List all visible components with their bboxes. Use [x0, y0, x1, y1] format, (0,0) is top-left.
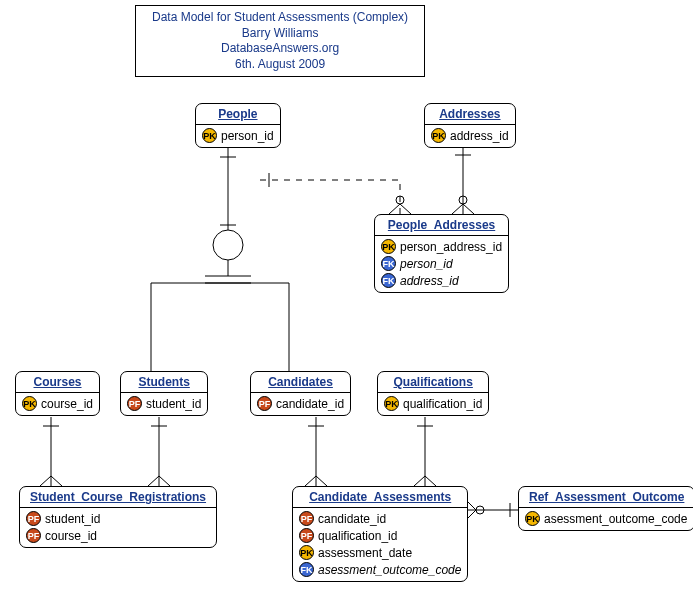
diagram-canvas: Data Model for Student Assessments (Comp… — [0, 0, 693, 610]
pk-key-icon: PK — [299, 545, 314, 560]
attribute-row: PFstudent_id — [127, 395, 201, 412]
attribute-row: PKassessment_date — [299, 544, 461, 561]
attribute-row: PFqualification_id — [299, 527, 461, 544]
attribute-row: PFcandidate_id — [299, 510, 461, 527]
entity-header: People_Addresses — [375, 215, 508, 236]
attribute-name: assessment_date — [318, 546, 412, 560]
entity-people: People PKperson_id — [195, 103, 281, 148]
svg-point-11 — [396, 196, 404, 204]
attribute-row: FKperson_id — [381, 255, 502, 272]
attribute-name: student_id — [45, 512, 100, 526]
attribute-row: FKaddress_id — [381, 272, 502, 289]
title-line-3: DatabaseAnswers.org — [152, 41, 408, 57]
title-box: Data Model for Student Assessments (Comp… — [135, 5, 425, 77]
entity-candidates: Candidates PFcandidate_id — [250, 371, 351, 416]
entity-student-course-registrations: Student_Course_Registrations PFstudent_i… — [19, 486, 217, 548]
attribute-name: course_id — [45, 529, 97, 543]
attribute-row: FKasessment_outcome_code — [299, 561, 461, 578]
pk-key-icon: PK — [431, 128, 446, 143]
attribute-name: person_id — [221, 129, 274, 143]
attribute-row: PFcourse_id — [26, 527, 210, 544]
attribute-row: PKqualification_id — [384, 395, 482, 412]
attribute-name: course_id — [41, 397, 93, 411]
pf-key-icon: PF — [127, 396, 142, 411]
attribute-row: PFstudent_id — [26, 510, 210, 527]
entity-header: Qualifications — [378, 372, 488, 393]
entity-header: Candidates — [251, 372, 350, 393]
pf-key-icon: PF — [26, 511, 41, 526]
title-line-1: Data Model for Student Assessments (Comp… — [152, 10, 408, 26]
svg-point-25 — [476, 506, 484, 514]
attribute-row: PKaddress_id — [431, 127, 509, 144]
attribute-name: candidate_id — [276, 397, 344, 411]
entity-header: People — [196, 104, 280, 125]
attribute-row: PKperson_address_id — [381, 238, 502, 255]
pf-key-icon: PF — [257, 396, 272, 411]
pf-key-icon: PF — [299, 511, 314, 526]
svg-point-3 — [213, 230, 243, 260]
entity-header: Ref_Assessment_Outcome — [519, 487, 693, 508]
attribute-name: address_id — [450, 129, 509, 143]
title-line-2: Barry Williams — [152, 26, 408, 42]
fk-key-icon: FK — [381, 273, 396, 288]
entity-addresses: Addresses PKaddress_id — [424, 103, 516, 148]
attribute-name: qualification_id — [403, 397, 482, 411]
pk-key-icon: PK — [525, 511, 540, 526]
pk-key-icon: PK — [202, 128, 217, 143]
attribute-row: PKcourse_id — [22, 395, 93, 412]
entity-header: Student_Course_Registrations — [20, 487, 216, 508]
attribute-name: asessment_outcome_code — [544, 512, 687, 526]
entity-header: Students — [121, 372, 207, 393]
fk-key-icon: FK — [299, 562, 314, 577]
entity-header: Candidate_Assessments — [293, 487, 467, 508]
attribute-row: PKperson_id — [202, 127, 274, 144]
pk-key-icon: PK — [384, 396, 399, 411]
pk-key-icon: PK — [22, 396, 37, 411]
entity-ref-assessment-outcome: Ref_Assessment_Outcome PKasessment_outco… — [518, 486, 693, 531]
title-line-4: 6th. August 2009 — [152, 57, 408, 73]
pf-key-icon: PF — [26, 528, 41, 543]
attribute-row: PKasessment_outcome_code — [525, 510, 688, 527]
attribute-name: asessment_outcome_code — [318, 563, 461, 577]
entity-students: Students PFstudent_id — [120, 371, 208, 416]
attribute-name: person_id — [400, 257, 453, 271]
entity-courses: Courses PKcourse_id — [15, 371, 100, 416]
entity-people-addresses: People_Addresses PKperson_address_idFKpe… — [374, 214, 509, 293]
attribute-name: person_address_id — [400, 240, 502, 254]
attribute-name: qualification_id — [318, 529, 397, 543]
attribute-row: PFcandidate_id — [257, 395, 344, 412]
pf-key-icon: PF — [299, 528, 314, 543]
entity-header: Addresses — [425, 104, 515, 125]
entity-qualifications: Qualifications PKqualification_id — [377, 371, 489, 416]
entity-candidate-assessments: Candidate_Assessments PFcandidate_idPFqu… — [292, 486, 468, 582]
attribute-name: candidate_id — [318, 512, 386, 526]
entity-header: Courses — [16, 372, 99, 393]
svg-point-14 — [459, 196, 467, 204]
attribute-name: student_id — [146, 397, 201, 411]
pk-key-icon: PK — [381, 239, 396, 254]
attribute-name: address_id — [400, 274, 459, 288]
fk-key-icon: FK — [381, 256, 396, 271]
